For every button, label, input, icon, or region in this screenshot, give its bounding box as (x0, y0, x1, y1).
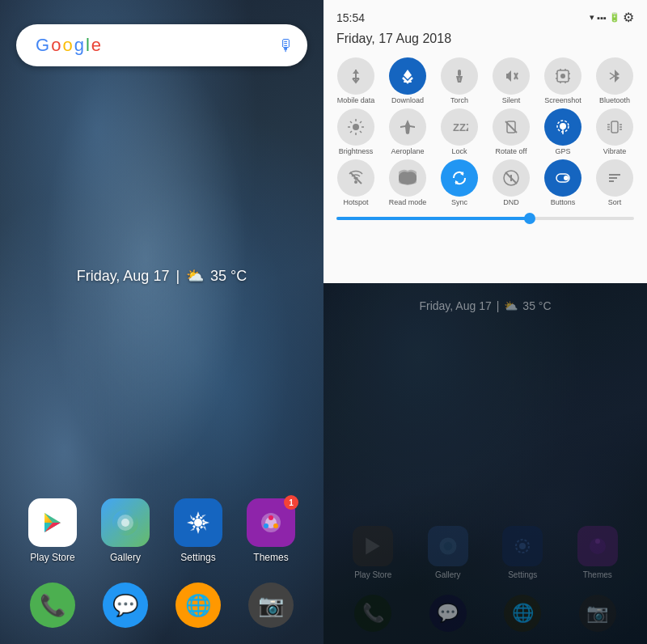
readmode-svg (399, 169, 417, 187)
svg-point-63 (564, 176, 569, 180)
rotate-svg (502, 118, 520, 136)
dimmed-nav-bar: 📞 💬 🌐 📷 (324, 595, 647, 632)
browser-nav-icon[interactable]: 🌐 (175, 583, 221, 628)
dnd-svg (502, 169, 520, 187)
play-store-icon[interactable] (28, 498, 77, 547)
qs-btn-sync[interactable] (441, 159, 478, 197)
camera-nav-icon[interactable]: 📷 (248, 583, 294, 628)
qs-btn-download[interactable] (389, 57, 426, 95)
dimmed-gallery: Gallery (428, 526, 468, 579)
messages-nav-icon[interactable]: 💬 (103, 583, 148, 628)
vibrate-svg (606, 118, 624, 136)
play-store-svg (40, 510, 66, 536)
svg-line-61 (505, 172, 517, 184)
dimmed-settings-label: Settings (508, 570, 537, 579)
signal-status-icon: ▪▪▪ (597, 13, 607, 23)
google-g-red2: e (91, 35, 101, 56)
qs-tile-lock[interactable]: ZZZ Lock (435, 108, 484, 156)
qs-btn-hotspot[interactable] (337, 159, 374, 197)
dimmed-play-store-icon (353, 526, 393, 566)
qs-tile-bluetooth[interactable]: Bluetooth (590, 57, 639, 105)
qs-tile-dnd[interactable]: DND (487, 159, 535, 207)
qs-tile-buttons[interactable]: Buttons (539, 159, 587, 207)
dimmed-date-text: Friday, Aug 17 (419, 299, 491, 312)
settings-icon[interactable] (174, 498, 222, 547)
qs-tile-gps[interactable]: GPS (539, 108, 587, 156)
qs-tile-vibrate[interactable]: Vibrate (590, 108, 639, 156)
qs-btn-readmode[interactable] (389, 159, 426, 197)
app-themes[interactable]: 1 Themes (247, 498, 295, 563)
themes-icon[interactable]: 1 (247, 498, 295, 547)
qs-tile-rotate[interactable]: Rotate off (487, 108, 535, 156)
qs-btn-aeroplane[interactable] (389, 108, 426, 146)
gallery-label: Gallery (110, 552, 141, 563)
gallery-icon[interactable] (101, 498, 150, 547)
dimmed-themes: Themes (577, 526, 618, 579)
qs-label-silent: Silent (502, 97, 521, 105)
qs-tile-mobile-data[interactable]: Mobile data (332, 57, 380, 105)
dimmed-weather-icon: ⛅ (504, 299, 518, 312)
qs-btn-torch[interactable] (441, 57, 478, 95)
date-label: Friday, Aug 17 (77, 268, 170, 285)
svg-line-42 (350, 131, 352, 133)
torch-svg (451, 68, 467, 84)
qs-tile-hotspot[interactable]: Hotspot (332, 159, 380, 207)
qs-btn-bluetooth[interactable] (596, 57, 633, 95)
qs-tile-readmode[interactable]: Read mode (383, 159, 432, 207)
mic-icon[interactable]: 🎙 (278, 36, 294, 55)
phone-nav-icon[interactable]: 📞 (30, 583, 75, 628)
qs-btn-lock[interactable]: ZZZ (441, 108, 478, 146)
qs-btn-sort[interactable] (596, 159, 633, 197)
app-play-store[interactable]: Play Store (28, 498, 77, 563)
qs-tile-brightness[interactable]: Brightness (332, 108, 380, 156)
bottom-nav-bar: 📞 💬 🌐 📷 (0, 583, 324, 628)
app-settings[interactable]: Settings (174, 498, 222, 563)
qs-tile-sync[interactable]: Sync (435, 159, 484, 207)
qs-label-hotspot: Hotspot (343, 199, 368, 207)
svg-text:ZZZ: ZZZ (453, 121, 468, 133)
date-weather-widget: Friday, Aug 17 | ⛅ 35 °C (0, 267, 324, 285)
sync-svg (450, 169, 468, 187)
google-search-bar[interactable]: Google 🎙 (16, 24, 307, 66)
qs-tile-silent[interactable]: Silent (487, 57, 535, 105)
qs-btn-mobile-data[interactable] (337, 57, 374, 95)
svg-point-5 (121, 519, 129, 527)
sort-svg (606, 169, 624, 187)
svg-point-12 (264, 523, 269, 528)
qs-tile-sort[interactable]: Sort (590, 159, 639, 207)
dimmed-browser-icon: 🌐 (504, 595, 541, 632)
qs-btn-brightness[interactable] (337, 108, 374, 146)
qs-btn-vibrate[interactable] (596, 108, 633, 146)
settings-svg (185, 510, 211, 536)
hotspot-svg (347, 169, 365, 187)
buttons-svg (554, 169, 572, 187)
dimmed-app-dock: Play Store Gallery Settings Themes (324, 526, 647, 579)
app-gallery[interactable]: Gallery (101, 498, 150, 563)
right-panel: 15:54 ▾ ▪▪▪ 🔋 ⚙ Friday, 17 Aug 2018 (324, 0, 647, 644)
qs-btn-rotate[interactable] (493, 108, 530, 146)
brightness-thumb[interactable] (524, 213, 535, 224)
qs-btn-gps[interactable] (544, 108, 581, 146)
qs-btn-silent[interactable] (493, 57, 530, 95)
dimmed-play-store: Play Store (353, 526, 393, 579)
dimmed-themes-label: Themes (583, 570, 612, 579)
date-separator: | (175, 268, 180, 285)
brightness-bar[interactable] (336, 217, 634, 220)
qs-label-vibrate: Vibrate (603, 148, 626, 156)
qs-tile-aeroplane[interactable]: Aeroplane (383, 108, 432, 156)
qs-label-brightness: Brightness (339, 148, 374, 156)
qs-label-mobile-data: Mobile data (337, 97, 375, 105)
left-home-screen: Google 🎙 Friday, Aug 17 | ⛅ 35 °C (0, 0, 324, 644)
gear-settings-icon[interactable]: ⚙ (623, 10, 634, 25)
svg-point-46 (560, 123, 566, 129)
qs-tile-torch[interactable]: Torch (435, 57, 484, 105)
svg-point-34 (353, 124, 359, 130)
svg-rect-48 (611, 121, 618, 133)
qs-btn-screenshot[interactable] (544, 57, 581, 95)
qs-tile-screenshot[interactable]: Screenshot (539, 57, 587, 105)
qs-tile-download[interactable]: Download (383, 57, 432, 105)
qs-btn-buttons[interactable] (544, 159, 581, 197)
qs-label-lock: Lock (451, 148, 467, 156)
dimmed-gallery-icon (428, 526, 468, 566)
qs-btn-dnd[interactable] (493, 159, 530, 197)
